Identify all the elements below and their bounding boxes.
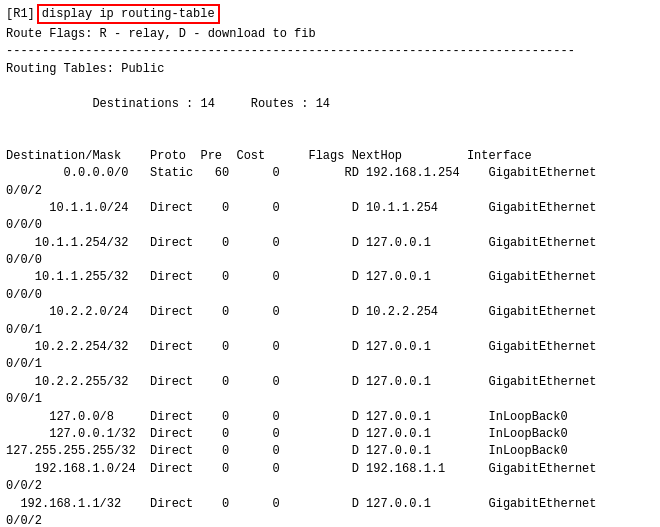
table-row: 127.255.255.255/32 Direct 0 0 D 127.0.0.… <box>6 443 654 460</box>
table-row: 0/0/2 <box>6 513 654 527</box>
table-row: 0.0.0.0/0 Static 60 0 RD 192.168.1.254 G… <box>6 165 654 182</box>
routing-table-body: 0.0.0.0/0 Static 60 0 RD 192.168.1.254 G… <box>6 165 654 527</box>
table-row: 127.0.0.1/32 Direct 0 0 D 127.0.0.1 InLo… <box>6 426 654 443</box>
table-row: 10.1.1.255/32 Direct 0 0 D 127.0.0.1 Gig… <box>6 269 654 286</box>
table-row: 10.2.2.254/32 Direct 0 0 D 127.0.0.1 Gig… <box>6 339 654 356</box>
table-row: 0/0/2 <box>6 183 654 200</box>
table-row: 0/0/0 <box>6 217 654 234</box>
dest-routes-line: Destinations : 14 Routes : 14 <box>6 78 654 130</box>
table-row: 0/0/0 <box>6 287 654 304</box>
routes-value: Routes : 14 <box>251 97 330 111</box>
table-row: 0/0/0 <box>6 252 654 269</box>
command-box: display ip routing-table <box>37 4 220 24</box>
blank-line <box>6 130 654 147</box>
table-row: 0/0/1 <box>6 391 654 408</box>
prompt: [R1] <box>6 7 35 21</box>
table-row: 10.2.2.255/32 Direct 0 0 D 127.0.0.1 Gig… <box>6 374 654 391</box>
table-row: 0/0/2 <box>6 478 654 495</box>
destinations-value: Destinations : 14 <box>92 97 214 111</box>
table-row: 10.1.1.0/24 Direct 0 0 D 10.1.1.254 Giga… <box>6 200 654 217</box>
column-header: Destination/Mask Proto Pre Cost Flags Ne… <box>6 148 654 165</box>
table-row: 192.168.1.0/24 Direct 0 0 D 192.168.1.1 … <box>6 461 654 478</box>
table-row: 10.2.2.0/24 Direct 0 0 D 10.2.2.254 Giga… <box>6 304 654 321</box>
flags-line: Route Flags: R - relay, D - download to … <box>6 26 654 43</box>
table-row: 0/0/1 <box>6 322 654 339</box>
routes-spacer <box>215 97 251 111</box>
command-line: [R1] display ip routing-table <box>6 4 654 24</box>
table-header: Routing Tables: Public <box>6 61 654 78</box>
table-row: 0/0/1 <box>6 356 654 373</box>
table-row: 192.168.1.1/32 Direct 0 0 D 127.0.0.1 Gi… <box>6 496 654 513</box>
table-row: 10.1.1.254/32 Direct 0 0 D 127.0.0.1 Gig… <box>6 235 654 252</box>
terminal: [R1] display ip routing-table Route Flag… <box>0 0 660 527</box>
destinations-label <box>35 97 93 111</box>
separator: ----------------------------------------… <box>6 43 654 60</box>
table-row: 127.0.0/8 Direct 0 0 D 127.0.0.1 InLoopB… <box>6 409 654 426</box>
